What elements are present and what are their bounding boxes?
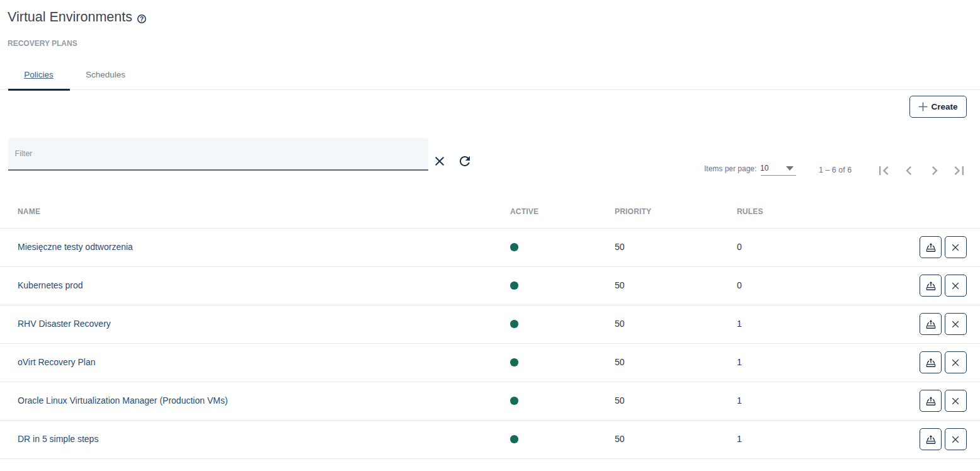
- svg-text:?: ?: [140, 15, 144, 23]
